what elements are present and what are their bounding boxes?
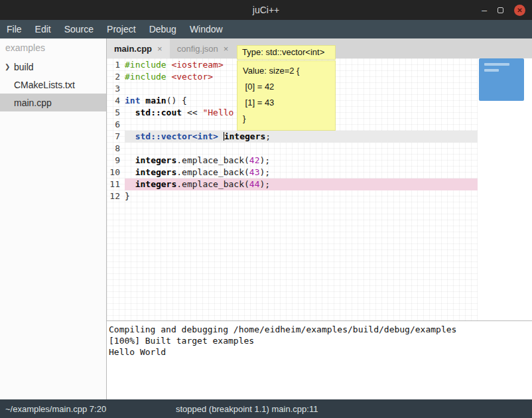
scroll-overview-indicator[interactable] (479, 58, 524, 101)
code-token: .emplace_back( (176, 167, 249, 177)
menu-item-window[interactable]: Window (183, 20, 230, 38)
code-text: integers.emplace_back(42); (125, 155, 478, 167)
tooltip-type: Type: std::vector<int> (237, 45, 336, 60)
line-number[interactable]: 10 (107, 167, 125, 178)
code-token: ); (260, 155, 271, 165)
tab-close-icon[interactable]: × (224, 44, 229, 54)
code-token: << (182, 107, 202, 117)
line-number[interactable]: 7 (107, 131, 125, 143)
code-line[interactable]: 12} (107, 190, 478, 202)
code-token: integers (224, 131, 266, 141)
code-token (125, 167, 135, 177)
menu-item-debug[interactable]: Debug (143, 20, 183, 38)
line-number[interactable]: 1 (107, 59, 125, 71)
minimize-icon[interactable]: – (482, 0, 487, 20)
maximize-icon[interactable] (498, 7, 503, 13)
code-token: <vector> (171, 72, 213, 82)
menu-item-project[interactable]: Project (100, 20, 143, 38)
menubar: FileEditSourceProjectDebugWindow (0, 20, 532, 38)
code-token: #include (125, 72, 166, 82)
code-token: std::vector<int> (135, 131, 218, 141)
code-token (125, 179, 135, 189)
tab-label: main.cpp (114, 44, 152, 54)
line-number[interactable]: 8 (107, 143, 125, 155)
code-text: std::vector<int> integers; (125, 131, 478, 143)
code-token: int (125, 96, 140, 105)
code-text: integers.emplace_back(44); (125, 178, 478, 190)
tooltip-value-line: Value: size=2 { (243, 63, 330, 79)
code-token: main (145, 96, 166, 105)
code-token: ; (265, 131, 271, 141)
tab-config.json[interactable]: config.json× (170, 38, 236, 58)
window-title: juCi++ (253, 5, 279, 15)
code-token (125, 155, 135, 165)
line-number[interactable]: 4 (107, 95, 125, 107)
code-token: ); (260, 167, 271, 177)
status-file-position: ~/examples/main.cpp 7:20 (0, 404, 106, 414)
code-token: 44 (249, 179, 260, 189)
tab-close-icon[interactable]: × (157, 44, 163, 54)
output-line: Hello World (109, 346, 532, 358)
code-line[interactable]: 7 std::vector<int> integers; (107, 131, 478, 143)
overview-text-line (484, 69, 499, 72)
tree-item-main.cpp[interactable]: main.cpp (0, 94, 106, 111)
scrollbar-gutter[interactable] (478, 58, 532, 320)
line-number[interactable]: 3 (107, 83, 125, 95)
code-token: .emplace_back( (176, 179, 249, 189)
tab-label: config.json (177, 44, 218, 54)
output-line: Compiling and debugging /home/eidheim/ex… (109, 324, 532, 335)
tree-item-label: CMakeLists.txt (14, 80, 75, 90)
code-token: 42 (249, 155, 260, 165)
code-token: std::cout (135, 107, 182, 117)
code-line[interactable]: 9 integers.emplace_back(42); (107, 155, 478, 167)
tooltip-value-line: [1] = 43 (243, 95, 330, 111)
code-text (125, 143, 478, 155)
code-token: } (125, 191, 130, 201)
tree-item-label: main.cpp (14, 98, 52, 108)
code-line[interactable]: 11 integers.emplace_back(44); (107, 178, 478, 190)
close-icon[interactable]: ✕ (514, 5, 525, 16)
debug-tooltip: Type: std::vector<int> Value: size=2 { [… (237, 45, 336, 131)
code-token: 43 (249, 167, 260, 177)
code-token: integers (135, 179, 177, 189)
menu-item-edit[interactable]: Edit (29, 20, 58, 38)
window-controls: – ✕ (482, 0, 525, 20)
tree-item-build[interactable]: ❯build (0, 58, 106, 76)
menu-item-source[interactable]: Source (58, 20, 100, 38)
code-token: <iostream> (171, 60, 223, 70)
code-token: integers (135, 167, 177, 177)
tree-item-cmakelists.txt[interactable]: CMakeLists.txt (0, 76, 106, 94)
line-number[interactable]: 5 (107, 107, 125, 119)
code-token: .emplace_back( (176, 155, 249, 165)
chevron-right-icon[interactable]: ❯ (5, 63, 14, 70)
tab-main.cpp[interactable]: main.cpp× (107, 38, 170, 58)
code-text: } (125, 190, 478, 202)
tooltip-value: Value: size=2 { [0] = 42 [1] = 43} (237, 60, 336, 131)
code-token: #include (125, 60, 166, 70)
title-bar: juCi++ – ✕ (0, 0, 532, 20)
output-pane[interactable]: Compiling and debugging /home/eidheim/ex… (107, 320, 532, 399)
overview-text-line (484, 63, 509, 66)
line-number[interactable]: 12 (107, 190, 125, 202)
tree-item-label: build (14, 62, 34, 72)
line-number[interactable]: 6 (107, 119, 125, 131)
project-name: examples (0, 38, 106, 58)
code-text: integers.emplace_back(43); (125, 167, 478, 178)
line-number[interactable]: 11 (107, 178, 125, 190)
line-number[interactable]: 2 (107, 71, 125, 83)
tooltip-value-line: } (243, 111, 330, 127)
status-bar: ~/examples/main.cpp 7:20 stopped (breakp… (0, 399, 532, 418)
output-line: [100%] Built target examples (109, 335, 532, 346)
code-token (125, 107, 135, 117)
code-token: integers (135, 155, 177, 165)
code-token: ); (260, 179, 271, 189)
line-number[interactable]: 9 (107, 155, 125, 167)
code-token (218, 131, 224, 141)
code-token: () { (166, 96, 187, 105)
status-debug-state: stopped (breakpoint 1.1) main.cpp:11 (176, 404, 318, 414)
menu-item-file[interactable]: File (0, 20, 29, 38)
code-line[interactable]: 8 (107, 143, 478, 155)
code-line[interactable]: 10 integers.emplace_back(43); (107, 167, 478, 178)
file-tree-panel[interactable]: examples ❯buildCMakeLists.txtmain.cpp (0, 38, 107, 399)
file-tree: ❯buildCMakeLists.txtmain.cpp (0, 58, 106, 111)
